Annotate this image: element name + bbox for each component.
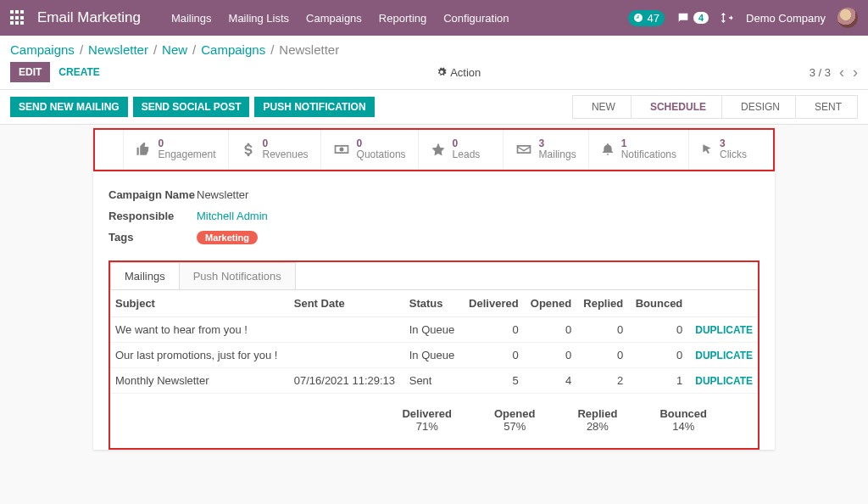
duplicate-button[interactable]: DUPLICATE bbox=[695, 350, 753, 361]
stage-bar: NEW SCHEDULE DESIGN SENT bbox=[572, 95, 858, 119]
tag-marketing[interactable]: Marketing bbox=[197, 231, 258, 244]
col-sent-date: Sent Date bbox=[289, 290, 404, 317]
messaging-count: 4 bbox=[693, 12, 709, 24]
crumb-new[interactable]: New bbox=[162, 42, 187, 57]
stat-leads[interactable]: 0Leads bbox=[418, 130, 503, 170]
top-navbar: Email Marketing Mailings Mailing Lists C… bbox=[0, 0, 868, 36]
stat-engagement[interactable]: 0Engagement bbox=[123, 130, 227, 170]
pager-prev[interactable]: ‹ bbox=[839, 64, 844, 80]
user-avatar[interactable] bbox=[837, 8, 858, 28]
activities-indicator[interactable]: 47 bbox=[628, 10, 664, 26]
send-social-post-button[interactable]: SEND SOCIAL POST bbox=[133, 97, 250, 117]
stage-schedule[interactable]: SCHEDULE bbox=[632, 95, 722, 119]
tags-label: Tags bbox=[108, 231, 197, 244]
summary-stat: Opened57% bbox=[494, 407, 535, 433]
col-replied: Replied bbox=[576, 290, 628, 317]
stat-quotations[interactable]: 0Quotations bbox=[320, 130, 418, 170]
create-button[interactable]: CREATE bbox=[50, 62, 108, 82]
activities-count: 47 bbox=[647, 12, 659, 25]
dollar-icon bbox=[241, 142, 256, 157]
cursor-icon bbox=[701, 142, 713, 157]
push-notification-button[interactable]: PUSH NOTIFICATION bbox=[254, 97, 374, 117]
stat-buttons-row: 0Engagement 0Revenues 0Quotations 0Leads… bbox=[93, 128, 775, 171]
summary-stat: Bounced14% bbox=[659, 407, 707, 433]
messaging-indicator[interactable]: 4 bbox=[676, 11, 709, 25]
campaign-name-label: Campaign Name bbox=[108, 188, 197, 201]
send-new-mailing-button[interactable]: SEND NEW MAILING bbox=[10, 97, 128, 117]
thumbs-up-icon bbox=[136, 142, 151, 157]
menu-mailings[interactable]: Mailings bbox=[171, 12, 212, 25]
menu-mailing-lists[interactable]: Mailing Lists bbox=[229, 12, 290, 25]
action-dropdown[interactable]: Action bbox=[437, 66, 481, 79]
pager-text: 3 / 3 bbox=[810, 66, 831, 79]
menu-campaigns[interactable]: Campaigns bbox=[306, 12, 362, 25]
menu-reporting[interactable]: Reporting bbox=[379, 12, 426, 25]
money-icon bbox=[333, 143, 350, 155]
crumb-newsletter[interactable]: Newsletter bbox=[88, 42, 148, 57]
app-brand: Email Marketing bbox=[37, 9, 141, 26]
table-row[interactable]: Our last promotions, just for you !In Qu… bbox=[110, 343, 758, 368]
tab-mailings[interactable]: Mailings bbox=[110, 262, 180, 289]
responsible-value[interactable]: Mitchell Admin bbox=[197, 210, 268, 222]
stat-clicks[interactable]: 3Clicks bbox=[688, 130, 773, 170]
stage-new[interactable]: NEW bbox=[572, 95, 632, 119]
stat-notifications[interactable]: 1Notifications bbox=[588, 130, 688, 170]
campaign-name-value: Newsletter bbox=[197, 188, 248, 201]
stat-mailings[interactable]: 3Mailings bbox=[503, 130, 588, 170]
edit-button[interactable]: EDIT bbox=[10, 62, 50, 82]
menu-configuration[interactable]: Configuration bbox=[443, 12, 509, 25]
bell-icon bbox=[601, 142, 615, 157]
stat-revenues[interactable]: 0Revenues bbox=[228, 130, 320, 170]
crumb-campaigns[interactable]: Campaigns bbox=[10, 42, 75, 57]
gear-icon bbox=[437, 67, 447, 77]
crumb-current: Newsletter bbox=[279, 42, 339, 57]
stage-sent[interactable]: SENT bbox=[796, 95, 858, 119]
apps-icon[interactable] bbox=[10, 10, 25, 25]
table-row[interactable]: We want to hear from you !In Queue0000DU… bbox=[110, 317, 758, 343]
duplicate-button[interactable]: DUPLICATE bbox=[695, 324, 753, 336]
summary-stat: Delivered71% bbox=[402, 407, 452, 433]
crumb-campaigns-2[interactable]: Campaigns bbox=[201, 42, 265, 57]
table-row[interactable]: Monthly Newsletter07/16/2021 11:29:13Sen… bbox=[110, 368, 758, 394]
summary-stat: Replied28% bbox=[577, 407, 617, 433]
debug-icon[interactable] bbox=[721, 11, 734, 25]
col-bounced: Bounced bbox=[628, 290, 687, 317]
col-delivered: Delivered bbox=[462, 290, 524, 317]
main-menu: Mailings Mailing Lists Campaigns Reporti… bbox=[171, 12, 509, 25]
star-icon bbox=[431, 142, 446, 157]
envelope-icon bbox=[515, 143, 532, 155]
col-subject: Subject bbox=[110, 290, 289, 317]
responsible-label: Responsible bbox=[108, 210, 197, 222]
stage-design[interactable]: DESIGN bbox=[722, 95, 796, 119]
pager-next[interactable]: › bbox=[853, 64, 858, 80]
col-status: Status bbox=[404, 290, 462, 317]
company-name[interactable]: Demo Company bbox=[746, 12, 826, 25]
breadcrumb: Campaigns/ Newsletter/ New/ Campaigns/ N… bbox=[10, 42, 858, 57]
tab-push-notifications[interactable]: Push Notifications bbox=[179, 262, 296, 289]
col-opened: Opened bbox=[524, 290, 577, 317]
duplicate-button[interactable]: DUPLICATE bbox=[695, 375, 753, 387]
